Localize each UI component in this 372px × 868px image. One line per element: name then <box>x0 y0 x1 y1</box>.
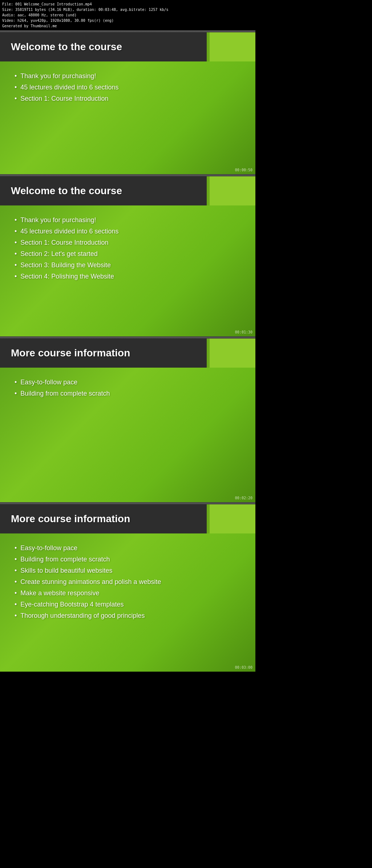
slide-list-item: Building from complete scratch <box>15 390 241 397</box>
slide-list-item: Section 3: Building the Website <box>15 261 241 269</box>
slide-header-accent-2 <box>207 176 255 205</box>
slide-timestamp-2: 00:01:30 <box>235 330 252 334</box>
file-info-line1: File: 001 Welcome_Course Introduction.mp… <box>2 1 253 7</box>
slide-4: More course informationEasy-to-follow pa… <box>0 504 255 672</box>
slide-list-item: Thank you for purchasing! <box>15 72 241 80</box>
slide-list-item: Thorough understanding of good principle… <box>15 612 241 620</box>
slide-list-item: Section 2: Let's get started <box>15 250 241 258</box>
slide-list-item: 45 lectures divided into 6 sections <box>15 228 241 235</box>
file-info-bar: File: 001 Welcome_Course Introduction.mp… <box>0 0 255 30</box>
file-info-line2: Size: 35819711 bytes (34.16 MiB), durati… <box>2 7 253 12</box>
slide-timestamp-1: 00:00:50 <box>235 168 252 172</box>
slide-content-2: Thank you for purchasing!45 lectures div… <box>0 205 255 336</box>
slide-list-item: Eye-catching Bootstrap 4 templates <box>15 601 241 608</box>
slide-list-1: Thank you for purchasing!45 lectures div… <box>15 72 241 103</box>
slide-list-item: Skills to build beautiful websites <box>15 567 241 575</box>
slide-title-2: Welcome to the course <box>11 185 122 197</box>
slide-title-bg-2: Welcome to the course <box>0 176 207 205</box>
slide-list-item: Easy-to-follow pace <box>15 544 241 552</box>
slide-1: Welcome to the courseThank you for purch… <box>0 32 255 174</box>
slides-wrapper: Welcome to the courseThank you for purch… <box>0 30 255 672</box>
slide-header-4: More course information <box>0 504 255 533</box>
slide-header-accent-1 <box>207 32 255 61</box>
slide-header-2: Welcome to the course <box>0 176 255 205</box>
file-info-line5: Generated by Thumbnail.me <box>2 23 253 29</box>
slide-title-bg-4: More course information <box>0 504 207 533</box>
slide-title-bg-1: Welcome to the course <box>0 32 207 61</box>
slide-list-item: Easy-to-follow pace <box>15 379 241 386</box>
slide-3: More course informationEasy-to-follow pa… <box>0 339 255 502</box>
slide-header-accent-3 <box>207 339 255 368</box>
slide-title-4: More course information <box>11 513 130 525</box>
slide-header-1: Welcome to the course <box>0 32 255 61</box>
file-info-line4: Video: h264, yuv420p, 1920x1080, 30.00 f… <box>2 18 253 23</box>
slide-list-4: Easy-to-follow paceBuilding from complet… <box>15 544 241 620</box>
slide-content-1: Thank you for purchasing!45 lectures div… <box>0 61 255 174</box>
file-info-line3: Audio: aac, 48000 Hz, stereo (und) <box>2 12 253 18</box>
slide-title-bg-3: More course information <box>0 339 207 368</box>
slide-content-3: Easy-to-follow paceBuilding from complet… <box>0 368 255 502</box>
slide-list-item: 45 lectures divided into 6 sections <box>15 84 241 91</box>
slide-title-1: Welcome to the course <box>11 41 122 53</box>
slide-list-item: Thank you for purchasing! <box>15 216 241 224</box>
slide-list-2: Thank you for purchasing!45 lectures div… <box>15 216 241 280</box>
slide-header-accent-4 <box>207 504 255 533</box>
slide-timestamp-3: 00:02:20 <box>235 496 252 500</box>
slide-list-item: Section 4: Polishing the Website <box>15 273 241 280</box>
slide-title-3: More course information <box>11 347 130 359</box>
slide-list-item: Section 1: Course Introduction <box>15 95 241 103</box>
slide-timestamp-4: 00:03:00 <box>235 665 252 669</box>
slide-content-4: Easy-to-follow paceBuilding from complet… <box>0 533 255 672</box>
slide-2: Welcome to the courseThank you for purch… <box>0 176 255 336</box>
slide-list-item: Create stunning animations and polish a … <box>15 578 241 586</box>
slide-header-3: More course information <box>0 339 255 368</box>
slide-list-item: Make a website responsive <box>15 589 241 597</box>
slide-list-item: Building from complete scratch <box>15 556 241 563</box>
slide-list-3: Easy-to-follow paceBuilding from complet… <box>15 379 241 397</box>
slide-list-item: Section 1: Course Introduction <box>15 239 241 247</box>
